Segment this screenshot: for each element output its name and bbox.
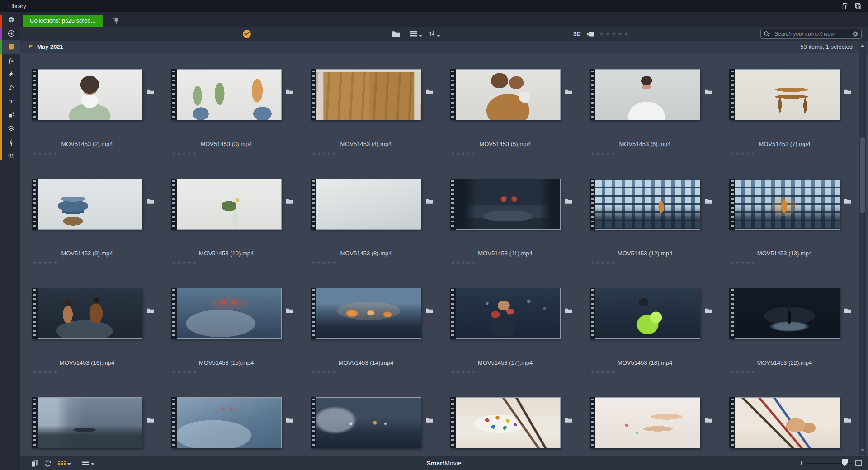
- scroll-up-icon[interactable]: [860, 44, 865, 47]
- folder-badge-icon[interactable]: [844, 308, 851, 313]
- thumbnail-size-small-icon[interactable]: [797, 461, 802, 465]
- video-thumbnail[interactable]: [32, 69, 142, 120]
- folder-badge-icon[interactable]: [426, 89, 433, 94]
- tab-collections[interactable]: Collections: ps25 scree...: [23, 15, 103, 27]
- item-rating-stars[interactable]: ★★★★★: [590, 369, 616, 375]
- item-rating-stars[interactable]: ★★★★★: [730, 260, 756, 266]
- folder-badge-icon[interactable]: [844, 89, 851, 94]
- folder-badge-icon[interactable]: [147, 89, 154, 94]
- video-thumbnail[interactable]: [729, 179, 840, 230]
- folder-badge-icon[interactable]: [705, 308, 712, 313]
- video-thumbnail[interactable]: [450, 397, 561, 448]
- folder-badge-icon[interactable]: [426, 308, 433, 313]
- video-thumbnail[interactable]: [729, 397, 840, 448]
- video-thumbnail[interactable]: [590, 179, 700, 230]
- video-thumbnail[interactable]: [729, 288, 840, 339]
- video-thumbnail[interactable]: [311, 69, 421, 120]
- sort-button[interactable]: [428, 30, 440, 38]
- video-thumbnail[interactable]: [32, 179, 142, 230]
- copy-pages-button[interactable]: [31, 460, 38, 467]
- item-rating-stars[interactable]: ★★★★★: [451, 369, 476, 375]
- sidebar-item-overlay-layers[interactable]: [2, 122, 20, 135]
- open-folder-button[interactable]: [392, 30, 401, 38]
- folder-badge-icon[interactable]: [705, 89, 712, 94]
- sidebar-item-titles[interactable]: T: [2, 94, 20, 108]
- scrollbar[interactable]: [859, 42, 866, 455]
- video-thumbnail[interactable]: [311, 179, 421, 230]
- sidebar-item-montage[interactable]: [2, 108, 20, 122]
- item-rating-stars[interactable]: ★★★★★: [451, 150, 476, 156]
- sidebar-item-sound-effects[interactable]: [2, 149, 20, 162]
- folder-badge-icon[interactable]: [147, 198, 154, 204]
- item-rating-stars[interactable]: ★★★★★: [590, 150, 616, 156]
- check-icon[interactable]: [243, 30, 251, 38]
- folder-badge-icon[interactable]: [426, 417, 433, 423]
- video-thumbnail[interactable]: [590, 288, 700, 339]
- folder-badge-icon[interactable]: [565, 417, 572, 423]
- video-thumbnail[interactable]: [450, 179, 561, 230]
- video-thumbnail[interactable]: [311, 397, 421, 448]
- folder-badge-icon[interactable]: [426, 198, 433, 204]
- folder-badge-icon[interactable]: [705, 198, 712, 204]
- grid-view-button[interactable]: [58, 460, 71, 466]
- sidebar-item-import-box[interactable]: [2, 13, 20, 27]
- video-thumbnail[interactable]: [311, 288, 421, 339]
- folder-badge-icon[interactable]: [565, 89, 572, 94]
- video-thumbnail[interactable]: [450, 288, 561, 339]
- item-rating-stars[interactable]: ★★★★★: [311, 150, 337, 156]
- item-rating-stars[interactable]: ★★★★★: [172, 369, 198, 375]
- detail-view-button[interactable]: [81, 460, 94, 466]
- folder-badge-icon[interactable]: [844, 198, 851, 204]
- folder-badge-icon[interactable]: [844, 417, 851, 423]
- clear-search-icon[interactable]: [852, 31, 859, 37]
- item-rating-stars[interactable]: ★★★★★: [730, 150, 756, 156]
- folder-badge-icon[interactable]: [705, 417, 712, 423]
- video-thumbnail[interactable]: [32, 397, 142, 448]
- video-thumbnail[interactable]: [171, 397, 282, 448]
- folder-badge-icon[interactable]: [286, 308, 293, 313]
- zoom-slider-handle[interactable]: [842, 459, 848, 466]
- video-thumbnail[interactable]: [32, 288, 142, 339]
- video-thumbnail[interactable]: [729, 69, 840, 120]
- folder-badge-icon[interactable]: [286, 89, 293, 94]
- video-thumbnail[interactable]: [171, 69, 282, 120]
- sidebar-item-effects-fx[interactable]: fx: [2, 54, 20, 67]
- video-thumbnail[interactable]: [171, 179, 282, 230]
- thumbnail-size-large-icon[interactable]: [855, 460, 862, 466]
- screens-icon[interactable]: [854, 2, 862, 9]
- smartmovie-button[interactable]: SmartMovie: [426, 460, 461, 467]
- folder-badge-icon[interactable]: [286, 198, 293, 204]
- folder-badge-icon[interactable]: [147, 417, 154, 423]
- scroll-down-icon[interactable]: [860, 449, 865, 452]
- folder-badge-icon[interactable]: [565, 308, 572, 313]
- video-thumbnail[interactable]: [171, 288, 282, 339]
- sidebar-item-scorefitter[interactable]: [2, 135, 20, 149]
- pin-tab-icon[interactable]: [112, 16, 121, 25]
- item-rating-stars[interactable]: ★★★★★: [451, 260, 476, 266]
- sync-button[interactable]: [44, 460, 52, 467]
- sidebar-item-collections[interactable]: [2, 40, 20, 54]
- item-rating-stars[interactable]: ★★★★★: [33, 150, 58, 156]
- item-rating-stars[interactable]: ★★★★★: [311, 369, 337, 375]
- item-rating-stars[interactable]: ★★★★★: [33, 369, 58, 375]
- scroll-thumb[interactable]: [860, 137, 865, 213]
- item-rating-stars[interactable]: ★★★★★: [311, 260, 337, 266]
- item-rating-stars[interactable]: ★★★★★: [730, 369, 756, 375]
- folder-badge-icon[interactable]: [565, 198, 572, 204]
- list-view-button[interactable]: [410, 30, 422, 38]
- item-rating-stars[interactable]: ★★★★★: [590, 260, 616, 266]
- restore-window-icon[interactable]: [841, 2, 848, 9]
- folder-badge-icon[interactable]: [147, 308, 154, 313]
- video-thumbnail[interactable]: [590, 397, 700, 448]
- sidebar-item-audio[interactable]: [2, 81, 20, 94]
- video-thumbnail[interactable]: [590, 69, 700, 120]
- 3d-filter-label[interactable]: 3D: [573, 30, 581, 37]
- item-rating-stars[interactable]: ★★★★★: [33, 260, 58, 266]
- search-input[interactable]: [773, 31, 852, 37]
- sidebar-item-film-reel[interactable]: [2, 27, 20, 40]
- item-rating-stars[interactable]: ★★★★★: [172, 150, 198, 156]
- sidebar-item-transitions[interactable]: [2, 67, 20, 81]
- rating-filter-stars[interactable]: ★★★★★: [599, 30, 630, 37]
- search-icon[interactable]: [764, 31, 773, 37]
- video-thumbnail[interactable]: [450, 69, 561, 120]
